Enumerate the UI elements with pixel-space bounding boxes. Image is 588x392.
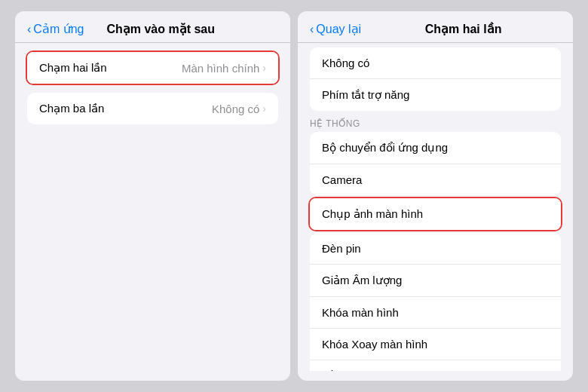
item-label: Đèn pin (322, 242, 361, 255)
right-item-den-pin[interactable]: Đèn pin (310, 233, 561, 265)
item-label: Không có (322, 57, 369, 69)
left-back-label: Cảm ứng (33, 22, 84, 36)
right-highlighted-item-wrapper: Chụp ảnh màn hình (308, 197, 562, 231)
right-panel-title: Chạm hai lần (366, 22, 561, 36)
chevron-right-icon: › (262, 103, 266, 115)
item-right: Màn hình chính › (182, 62, 266, 75)
list-item-cham-ba-lan[interactable]: Chạm ba lần Không có › (27, 93, 278, 124)
left-chevron-icon: ‹ (27, 23, 31, 36)
right-panel: ‹ Quay lại Chạm hai lần Không có Phím tắ… (298, 11, 573, 381)
right-chevron-icon: ‹ (310, 23, 314, 36)
right-item-khoa-man-hinh[interactable]: Khóa màn hình (310, 297, 561, 329)
item-right: Không có › (212, 103, 266, 115)
right-panel-body: Không có Phím tắt trợ năng HỆ THỐNG Bộ c… (298, 43, 573, 371)
right-item-khoa-xoay[interactable]: Khóa Xoay màn hình (310, 329, 561, 360)
item-value: Màn hình chính (182, 62, 259, 75)
right-item-lac[interactable]: Lắc (310, 360, 561, 371)
chevron-right-icon: › (262, 62, 266, 74)
item-value: Không có (212, 103, 259, 115)
right-back-link[interactable]: ‹ Quay lại (310, 22, 361, 36)
right-item-chup-anh[interactable]: Chụp ảnh màn hình (310, 198, 561, 230)
right-item-camera[interactable]: Camera (310, 164, 561, 195)
left-back-link[interactable]: ‹ Cảm ứng (27, 22, 84, 36)
item-label: Lắc (322, 369, 341, 371)
item-label: Chạm ba lần (39, 102, 104, 115)
left-panel-body: Chạm hai lần Màn hình chính › Chạm ba lầ… (15, 43, 290, 139)
left-list-section-normal: Chạm ba lần Không có › (27, 93, 278, 124)
list-item-cham-hai-lan[interactable]: Chạm hai lần Màn hình chính › (27, 52, 278, 84)
right-panel-header: ‹ Quay lại Chạm hai lần (298, 11, 573, 43)
left-panel-title: Chạm vào mặt sau (88, 22, 233, 36)
right-top-section: Không có Phím tắt trợ năng (310, 47, 561, 111)
item-label: Bộ chuyển đổi ứng dụng (322, 141, 448, 155)
item-label: Chạm hai lần (39, 61, 107, 75)
left-list-section-highlighted: Chạm hai lần Màn hình chính › (26, 51, 280, 85)
right-system-section: Bộ chuyển đổi ứng dụng Camera (310, 132, 561, 195)
item-label: Chụp ảnh màn hình (322, 207, 423, 221)
item-label: Giảm Âm lượng (322, 274, 402, 287)
right-item-khong-co[interactable]: Không có (310, 47, 561, 79)
left-panel: ‹ Cảm ứng Chạm vào mặt sau Chạm hai lần … (15, 11, 290, 381)
item-label: Phím tắt trợ năng (322, 88, 409, 102)
right-item-giam-am[interactable]: Giảm Âm lượng (310, 265, 561, 297)
item-label: Khóa Xoay màn hình (322, 338, 427, 351)
item-label: Camera (322, 173, 362, 186)
right-system-section-2: Đèn pin Giảm Âm lượng Khóa màn hình Khóa… (310, 233, 561, 371)
right-item-bo-chuyen-doi[interactable]: Bộ chuyển đổi ứng dụng (310, 132, 561, 164)
system-section-label: HỆ THỐNG (298, 112, 573, 132)
main-container: ‹ Cảm ứng Chạm vào mặt sau Chạm hai lần … (15, 11, 573, 381)
right-item-phim-tat[interactable]: Phím tắt trợ năng (310, 79, 561, 111)
right-back-label: Quay lại (316, 22, 361, 36)
left-panel-header: ‹ Cảm ứng Chạm vào mặt sau (15, 11, 290, 43)
item-label: Khóa màn hình (322, 306, 399, 319)
